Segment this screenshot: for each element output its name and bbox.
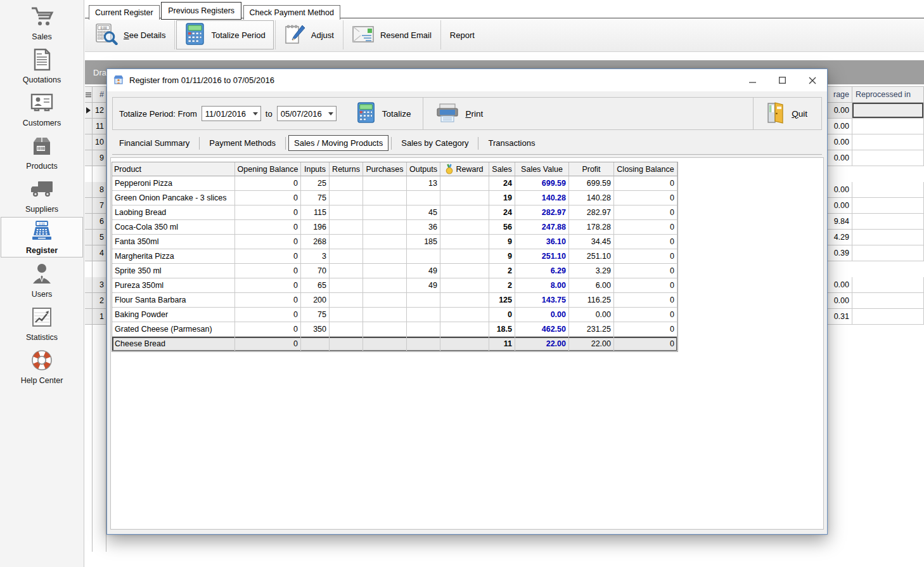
background-row[interactable]: 0.00 [828,150,924,166]
col-header-profit[interactable]: Profit [569,162,614,176]
background-row[interactable]: 4.29 [828,230,924,245]
chevron-down-icon[interactable] [326,112,336,115]
background-row[interactable]: 0.31 [828,309,924,325]
register-dialog: Register from 01/11/2016 to 07/05/2016 T… [106,68,828,535]
cell-product: Laobing Bread [112,205,235,220]
background-row[interactable]: 5 [85,230,106,245]
background-row[interactable]: 0.00 [828,134,924,150]
background-row[interactable]: 7 [85,198,106,214]
background-row[interactable] [85,261,106,277]
chevron-down-icon[interactable] [251,112,260,115]
sidebar-item-sales[interactable]: Sales [0,1,84,43]
background-row[interactable]: 9 [85,150,106,166]
tab-current-register[interactable]: Current Register [89,5,160,20]
see-details-button[interactable]: 0,00 See Details [88,20,173,49]
col-header-returns[interactable]: Returns [330,162,363,176]
col-header-reward[interactable]: Reward [440,162,489,176]
background-row[interactable]: 0.00 [828,293,924,309]
col-header-opening-balance[interactable]: Opening Balance [235,162,301,176]
tab-previous-registers[interactable]: Previous Registers [161,2,241,20]
col-header-outputs[interactable]: Outputs [407,162,440,176]
adjust-button[interactable]: Adjust [277,20,342,49]
table-row[interactable]: Sprite 350 ml 0 70 49 2 6.29 3.29 0 [112,264,677,278]
col-header-inputs[interactable]: Inputs [301,162,330,176]
background-row[interactable] [85,166,106,182]
background-row[interactable]: 2 [85,293,106,309]
tab-sales-moving-products[interactable]: Sales / Moving Products [288,135,388,151]
background-row[interactable]: 0.00 [828,277,924,293]
sidebar-item-products[interactable]: Products [0,130,84,173]
table-row[interactable]: Fanta 350ml 0 268 185 9 36.10 34.45 0 [112,235,677,249]
background-row[interactable]: 0.00 [828,198,924,214]
quit-button[interactable]: Quit [759,101,814,127]
col-header-sales-value[interactable]: Sales Value [515,162,569,176]
sidebar-item-register[interactable]: 0,00 Register [1,217,83,257]
quit-label: Quit [792,109,807,119]
reprocessed-in-cell [852,245,924,261]
close-button[interactable] [797,69,827,91]
background-row[interactable]: 0.00 [828,103,924,119]
table-row[interactable]: Flour Santa Barbara 0 200 125 143.75 116… [112,293,677,308]
cell-closing-balance: 0 [614,337,677,351]
clipped-value-cell: 0.00 [828,150,852,166]
col-header-closing-balance[interactable]: Closing Balance [614,162,677,176]
totalize-button[interactable]: Totalize [350,100,418,127]
table-row[interactable]: Pureza 350ml 0 65 49 2 8.00 6.00 0 [112,278,677,293]
background-row[interactable]: 11 [85,119,106,134]
cell-profit: 251.10 [569,249,614,264]
col-header-sales[interactable]: Sales [489,162,515,176]
table-row[interactable]: Coca-Cola 350 ml 0 196 36 56 247.88 178.… [112,220,677,235]
tab-check-payment-method[interactable]: Check Payment Method [243,5,340,20]
maximize-button[interactable] [767,69,797,91]
background-row[interactable]: 9.84 [828,214,924,230]
from-date-combobox[interactable]: 11/01/2016 [202,106,261,121]
background-row[interactable]: 0.39 [828,245,924,261]
cell-outputs [407,191,440,205]
background-row[interactable]: 8 [85,182,106,198]
tab-financial-summary[interactable]: Financial Summary [112,136,196,150]
background-row[interactable]: 0.00 [828,119,924,134]
grid-body: Pepperoni Pizza 0 25 13 24 699.59 699.59… [112,176,677,351]
col-header-purchases[interactable]: Purchases [363,162,407,176]
totalize-period-button[interactable]: Totalize Period [176,20,273,49]
table-row[interactable]: Margherita Pizza 0 3 9 251.10 251.10 0 [112,249,677,264]
table-row[interactable]: Cheese Bread 0 11 22.00 22.00 0 [112,337,677,351]
minimize-button[interactable] [738,69,767,91]
table-row[interactable]: Baking Powder 0 75 0 0.00 0.00 0 [112,308,677,322]
sidebar-item-statistics[interactable]: Statistics [0,301,84,344]
background-row[interactable] [828,261,924,277]
background-row[interactable]: 10 [85,134,106,150]
sidebar-item-users[interactable]: Users [0,258,84,301]
sidebar-item-suppliers[interactable]: Suppliers [0,173,84,216]
table-row[interactable]: Laobing Bread 0 115 45 24 282.97 282.97 … [112,205,677,220]
table-row[interactable]: Grated Cheese (Parmesan) 0 350 18.5 462.… [112,322,677,337]
cell-outputs [407,322,440,337]
tab-sales-by-category[interactable]: Sales by Category [394,136,475,150]
background-grid-left-tail [85,325,106,552]
table-row[interactable]: Pepperoni Pizza 0 25 13 24 699.59 699.59… [112,176,677,191]
background-row[interactable] [828,166,924,182]
background-row[interactable]: 6 [85,214,106,230]
resend-email-button[interactable]: Resend Email [345,20,439,49]
report-button[interactable]: Report [442,20,482,49]
sidebar-item-help-center[interactable]: Help Center [0,344,84,387]
dialog-tabstrip: Financial Summary Payment Methods Sales … [112,135,542,151]
cell-reward [440,205,489,220]
background-row[interactable]: 3 [85,277,106,293]
tab-payment-methods[interactable]: Payment Methods [202,136,283,150]
background-row[interactable]: 4 [85,245,106,261]
print-button[interactable]: Print [429,101,489,126]
sidebar-item-quotations[interactable]: Quotations [0,44,84,86]
cell-inputs: 350 [301,322,330,337]
sidebar-item-customers[interactable]: Customers [0,87,84,129]
col-header-product[interactable]: Product [112,162,235,176]
background-row[interactable]: 0.00 [828,182,924,198]
dialog-titlebar[interactable]: Register from 01/11/2016 to 07/05/2016 [107,69,827,91]
background-row[interactable]: 12 [85,103,106,119]
to-date-combobox[interactable]: 05/07/2016 [277,106,337,121]
tab-transactions[interactable]: Transactions [481,136,542,150]
row-marker-cell [85,119,93,134]
background-row[interactable]: 1 [85,309,106,325]
table-row[interactable]: Green Onion Pancake - 3 slices 0 75 19 1… [112,191,677,205]
cell-reward [440,322,489,337]
